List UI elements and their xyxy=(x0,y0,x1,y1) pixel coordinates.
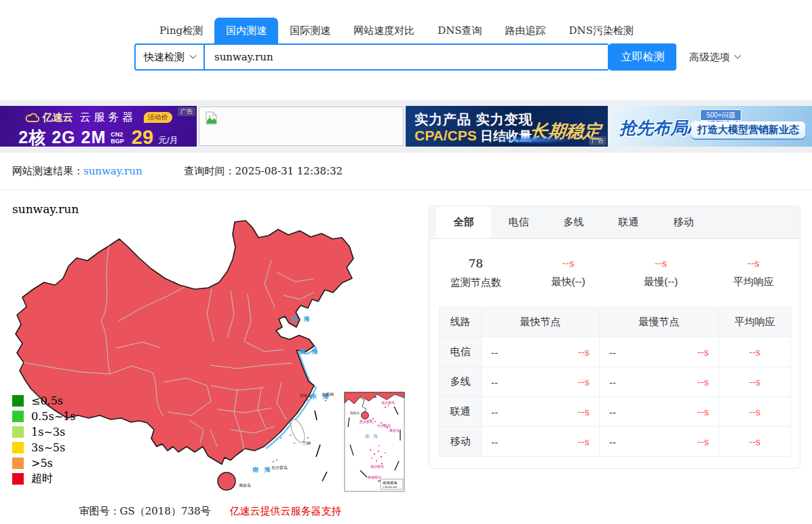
col-header-fastest-node: 最快节点 xyxy=(482,307,600,337)
node-time: --s xyxy=(578,377,589,388)
query-time-label: 查询时间： xyxy=(185,165,235,178)
line-name: 多线 xyxy=(440,367,482,397)
legend-swatch xyxy=(12,411,24,422)
legend-label: 0.5s~1s xyxy=(31,410,75,423)
network-type: CN2 BGP xyxy=(111,131,124,145)
fastest-node-cell: -- --s xyxy=(482,427,600,457)
brand-name: 亿速云 xyxy=(43,111,73,124)
label-lanyu: 兰屿 xyxy=(303,441,311,445)
node-time: --s xyxy=(697,377,709,388)
node-name: -- xyxy=(491,376,498,388)
fastest-node-cell: -- --s xyxy=(482,367,600,397)
legend-swatch xyxy=(12,426,24,438)
start-detect-button[interactable]: 立即检测 xyxy=(609,43,676,71)
cloud-icon xyxy=(25,113,40,123)
advanced-options-label: 高级选项 xyxy=(689,51,730,64)
inset-scale: 1:48 000 000 xyxy=(383,486,397,489)
legend-label: 3s~5s xyxy=(31,441,65,454)
filter-tab-telecom[interactable]: 电信 xyxy=(491,206,546,238)
south-china-sea-inset: 东沙群岛 西沙群岛 中沙群岛 黄岩岛 南沙群岛 曾母暗沙 海南岛 南 海 南海诸… xyxy=(345,392,404,491)
domain-input[interactable] xyxy=(205,45,608,69)
average-cell: --s xyxy=(719,397,791,427)
average-cell: --s xyxy=(719,427,791,457)
line-filter-tabs: 全部 电信 多线 联通 移动 xyxy=(429,206,800,239)
line-result-table: 线路 最快节点 最慢节点 平均响应 电信 -- --s -- --s --s xyxy=(439,307,791,457)
legend-swatch xyxy=(12,395,24,407)
tab-traceroute[interactable]: 路由追踪 xyxy=(494,18,558,43)
ai-marketing-subtitle: 打造大模型营销新业态 xyxy=(691,121,805,138)
sponsor-link[interactable]: 亿速云提供云服务器支持 xyxy=(230,505,342,518)
ad-strip: 广告 亿速云 云服务器 活动价 2核 2G 2M CN2 BGP 29 元/月 xyxy=(0,100,812,153)
inset-label-dongsha: 东沙群岛 xyxy=(381,400,395,405)
tab-site-speed-compare[interactable]: 网站速度对比 xyxy=(342,18,426,43)
slowest-node-cell: -- --s xyxy=(600,397,719,427)
product-name: 云服务器 xyxy=(80,111,137,125)
line-name: 移动 xyxy=(440,427,482,457)
node-time: --s xyxy=(578,436,589,447)
filter-tab-all[interactable]: 全部 xyxy=(436,206,491,238)
inset-title: 南海诸岛 xyxy=(383,481,398,485)
ad-banner-empty-slot[interactable] xyxy=(199,107,404,146)
question-count-badge: 500+问题 xyxy=(700,109,741,121)
line-name: 联通 xyxy=(440,397,482,427)
table-header-row: 线路 最快节点 最慢节点 平均响应 xyxy=(440,307,791,337)
promo-badge: 活动价 xyxy=(144,112,172,123)
node-count-label: 监测节点数 xyxy=(429,276,522,289)
top-nav-tabs: Ping检测 国内测速 国际测速 网站速度对比 DNS查询 路由追踪 DNS污染… xyxy=(148,18,645,43)
chevron-down-icon xyxy=(735,52,741,59)
col-header-line: 线路 xyxy=(440,307,482,337)
result-domain-link[interactable]: sunway.run xyxy=(83,165,142,177)
ad-banner-ai-marketing[interactable]: 抢先布局AI营销 500+问题 打造大模型营销新业态 xyxy=(610,106,812,147)
price-unit: 元/月 xyxy=(158,134,178,147)
ad-banner-cpa-cps[interactable]: 实力产品 实力变现 CPA/CPS 日结收量 长期稳定 广告 xyxy=(406,106,608,147)
table-row-unicom: 联通 -- --s -- --s --s xyxy=(440,397,791,427)
china-speed-map: 渤 海 黄 海 东 海 南 海 钓鱼岛 赤尾屿 兰屿 东沙群岛 海南岛 xyxy=(7,219,414,503)
label-diaoyu: 钓鱼岛 xyxy=(299,393,312,398)
fastest-node-cell: -- --s xyxy=(482,397,600,427)
net-line2: BGP xyxy=(111,138,124,145)
tab-dns-pollution[interactable]: DNS污染检测 xyxy=(558,18,645,43)
label-dongsha: 东沙群岛 xyxy=(271,465,288,470)
server-spec: 2核 2G 2M xyxy=(18,126,106,147)
fastest-value: --s xyxy=(522,257,615,269)
table-row-mobile: 移动 -- --s -- --s --s xyxy=(440,427,791,457)
tab-dns-query[interactable]: DNS查询 xyxy=(426,18,493,43)
node-time: --s xyxy=(697,347,709,358)
ad-banner-cloud-server[interactable]: 广告 亿速云 云服务器 活动价 2核 2G 2M CN2 BGP 29 元/月 xyxy=(0,106,197,147)
tab-domestic-speed[interactable]: 国内测速 xyxy=(214,18,278,43)
inset-label-zhongsha: 中沙群岛 xyxy=(377,424,391,428)
node-time: --s xyxy=(578,407,589,417)
label-chiwei: 赤尾屿 xyxy=(322,392,334,397)
average-value: --s xyxy=(708,257,800,269)
cpa-cps-text: CPA/CPS xyxy=(414,128,477,143)
node-count-value: 78 xyxy=(429,257,522,270)
stat-slowest: --s 最慢(--) xyxy=(615,257,708,288)
inset-label-nanhai: 南 海 xyxy=(365,434,379,439)
col-header-slowest-node: 最慢节点 xyxy=(600,307,719,337)
tab-ping[interactable]: Ping检测 xyxy=(148,18,214,43)
table-row-telecom: 电信 -- --s -- --s --s xyxy=(440,337,791,367)
node-time: --s xyxy=(578,347,589,358)
legend-label: >5s xyxy=(31,457,53,470)
filter-tab-unicom[interactable]: 联通 xyxy=(601,206,656,238)
filter-tab-multiline[interactable]: 多线 xyxy=(546,206,601,238)
stat-average: --s 平均响应 xyxy=(708,257,800,288)
ad-tag: 广告 xyxy=(178,107,195,116)
speed-legend: ≤0.5s 0.5s~1s 1s~3s 3s~5s >5s 超时 xyxy=(12,394,75,485)
query-time-value: 2025-08-31 12:38:32 xyxy=(235,165,343,177)
advanced-options-toggle[interactable]: 高级选项 xyxy=(689,51,740,64)
slowest-node-cell: -- --s xyxy=(600,337,719,367)
taiwan-island xyxy=(288,417,307,444)
fastest-label: 最快(--) xyxy=(522,276,615,288)
legend-item: 1s~3s xyxy=(12,426,75,438)
yisuyun-brand: 亿速云 xyxy=(25,111,73,124)
legend-label: 1s~3s xyxy=(31,426,65,438)
price-value: 29 xyxy=(132,126,153,147)
filter-tab-mobile[interactable]: 移动 xyxy=(656,206,711,238)
tab-international-speed[interactable]: 国际测速 xyxy=(278,18,342,43)
average-cell: --s xyxy=(719,367,791,397)
node-name: -- xyxy=(491,436,498,447)
detect-mode-select[interactable]: 快速检测 xyxy=(136,45,205,69)
node-time: --s xyxy=(697,407,709,417)
legend-item: 0.5s~1s xyxy=(12,410,75,422)
